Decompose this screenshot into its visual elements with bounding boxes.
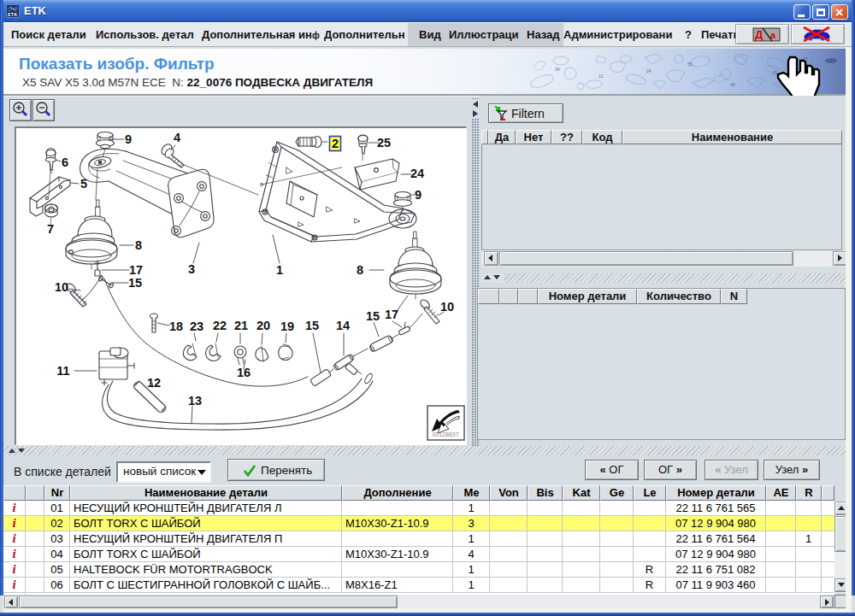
svg-text:а: а — [770, 30, 776, 40]
svg-text:00128637: 00128637 — [432, 431, 458, 437]
svg-text:12: 12 — [147, 376, 161, 390]
svg-text:15: 15 — [366, 309, 380, 323]
svg-text:Д: Д — [755, 28, 764, 41]
svg-text:13: 13 — [188, 394, 202, 408]
svg-text:20: 20 — [256, 319, 270, 332]
svg-text:19: 19 — [280, 320, 294, 333]
svg-text:1: 1 — [276, 263, 283, 277]
svg-text:56: 56 — [687, 62, 693, 67]
svg-text:18: 18 — [169, 320, 183, 333]
svg-text:14: 14 — [336, 319, 350, 332]
svg-text:22: 22 — [213, 319, 227, 332]
svg-text:15: 15 — [305, 319, 319, 332]
svg-text:21: 21 — [234, 319, 248, 332]
svg-text:25: 25 — [377, 136, 391, 150]
svg-text:3: 3 — [188, 262, 195, 276]
svg-text:9: 9 — [415, 188, 422, 202]
svg-text:11: 11 — [56, 364, 69, 378]
svg-text:08: 08 — [730, 82, 735, 87]
svg-text:4: 4 — [174, 131, 180, 144]
svg-text:17: 17 — [385, 308, 398, 321]
svg-text:6: 6 — [62, 155, 68, 169]
svg-text:10: 10 — [55, 280, 68, 294]
svg-text:24: 24 — [410, 167, 424, 180]
svg-text:2: 2 — [332, 137, 339, 150]
svg-text:5: 5 — [80, 177, 87, 191]
svg-text:10: 10 — [440, 300, 454, 314]
svg-text:12: 12 — [598, 73, 604, 79]
svg-text:34: 34 — [555, 67, 560, 72]
svg-text:8: 8 — [135, 238, 142, 252]
svg-text:24: 24 — [646, 68, 652, 73]
svg-text:23: 23 — [190, 320, 203, 333]
svg-text:17: 17 — [129, 263, 143, 277]
svg-text:16: 16 — [237, 366, 251, 379]
svg-text:7: 7 — [47, 222, 54, 236]
svg-text:9: 9 — [125, 132, 132, 146]
svg-text:8: 8 — [357, 263, 363, 277]
svg-text:15: 15 — [128, 276, 142, 290]
